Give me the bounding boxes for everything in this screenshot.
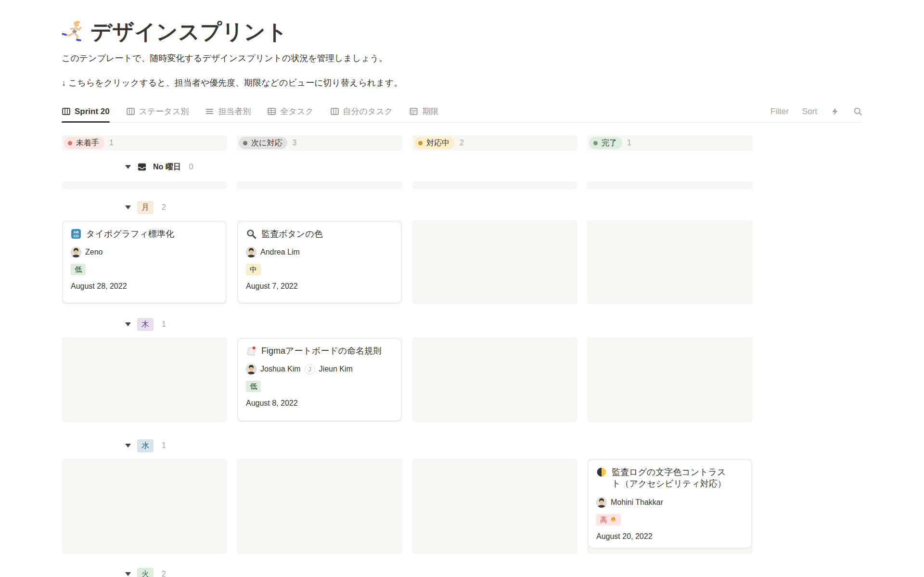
column-strip-next: 次に対応 3	[237, 135, 402, 151]
board-icon	[126, 107, 135, 116]
status-pill-notstarted[interactable]: 未着手	[64, 137, 104, 149]
column-strip	[412, 220, 578, 304]
search-icon	[853, 107, 862, 116]
status-pill-done[interactable]: 完了	[589, 137, 622, 149]
column-strip-inprogress: 対応中 2	[412, 135, 578, 151]
tab-label: Sprint 20	[75, 107, 110, 116]
tab-label: 全タスク	[280, 106, 313, 117]
priority-pill: 低	[71, 264, 86, 275]
tab-by-status[interactable]: ステータス別	[126, 101, 189, 122]
assignee-name: Joshua Kim	[260, 365, 301, 373]
group-pill[interactable]: 水	[137, 439, 154, 452]
tab-deadline[interactable]: 期限	[409, 101, 438, 122]
card-figma-naming[interactable]: Figmaアートボードの命名規則 Joshua Kim J Jieun Kim …	[238, 338, 401, 421]
page-subtitle: このテンプレートで、随時変化するデザインスプリントの状況を管理しましょう。	[62, 52, 924, 64]
assignee-name: Zeno	[85, 248, 103, 256]
avatar	[246, 364, 257, 374]
column-strip-notstarted: 未着手 1	[62, 135, 227, 151]
group-body-thursday: Figmaアートボードの命名規則 Joshua Kim J Jieun Kim …	[62, 337, 753, 422]
collapse-triangle-icon[interactable]	[125, 572, 131, 576]
column-strip	[412, 459, 578, 554]
table-icon	[267, 107, 276, 116]
column-strip	[237, 459, 402, 554]
fire-icon	[610, 515, 617, 524]
group-pill[interactable]: 火	[137, 568, 154, 577]
column-count: 2	[460, 139, 464, 147]
avatar	[71, 247, 81, 257]
tab-all-tasks[interactable]: 全タスク	[267, 101, 313, 122]
status-dot	[68, 141, 72, 145]
due-date: August 28, 2022	[71, 282, 218, 291]
status-pill-inprogress[interactable]: 対応中	[414, 137, 455, 149]
group-wednesday: 水 1 監査ログの文字色コントラスト（アクセシビリティ対応）	[62, 439, 753, 554]
group-no-day: No 曜日 0	[62, 160, 753, 189]
calendar-icon	[409, 107, 418, 116]
card-audit-log-contrast[interactable]: 監査ログの文字色コントラスト（アクセシビリティ対応） Mohini Thakka…	[588, 460, 752, 548]
page-title: デザインスプリント	[90, 19, 288, 45]
tab-label: 期限	[422, 106, 438, 117]
sort-button[interactable]: Sort	[802, 107, 817, 116]
magnifier-icon	[246, 229, 257, 239]
card-typography[interactable]: ABCD タイポグラフィ標準化 Zeno 低 August 28, 2022	[63, 221, 226, 303]
assignee-name: Mohini Thakkar	[611, 498, 663, 507]
group-tuesday: 火 2	[62, 567, 753, 577]
collapse-triangle-icon[interactable]	[125, 205, 131, 209]
assignee-name: Andrea Lim	[260, 248, 300, 256]
column-strip	[412, 337, 578, 422]
group-count: 1	[162, 441, 166, 450]
collapse-triangle-icon[interactable]	[125, 322, 131, 326]
group-header-thursday: 木 1	[125, 318, 753, 331]
group-thursday: 木 1 Figmaアートボードの命名規則	[62, 318, 753, 422]
column-count: 1	[627, 139, 631, 147]
filter-button[interactable]: Filter	[770, 107, 789, 116]
pinned-note-icon	[246, 346, 257, 356]
column-strip	[412, 181, 578, 189]
column-strip	[62, 181, 227, 189]
letter-avatar: J	[305, 364, 315, 374]
collapse-triangle-icon[interactable]	[125, 444, 131, 448]
column-strip	[62, 459, 227, 554]
collapse-triangle-icon[interactable]	[125, 165, 131, 169]
design-sprint-page: デザインスプリント このテンプレートで、随時変化するデザインスプリントの状況を管…	[0, 0, 924, 577]
priority-pill: 低	[246, 381, 261, 392]
card-audit-button-color[interactable]: 監査ボタンの色 Andrea Lim 中 August 7, 2022	[238, 221, 401, 303]
column-strip: 監査ボタンの色 Andrea Lim 中 August 7, 2022	[237, 220, 402, 304]
runner-icon	[62, 21, 84, 43]
lightning-icon	[831, 107, 840, 116]
group-label: No 曜日	[153, 162, 181, 172]
status-dot	[418, 141, 423, 145]
due-date: August 8, 2022	[246, 399, 393, 408]
status-label: 完了	[602, 138, 617, 148]
tab-by-assignee[interactable]: 担当者別	[205, 101, 251, 122]
card-title: 監査ボタンの色	[261, 228, 323, 240]
lightning-button[interactable]	[831, 107, 840, 116]
abc-input-icon: ABCD	[71, 229, 81, 239]
tab-sprint-20[interactable]: Sprint 20	[62, 101, 110, 122]
tab-my-tasks[interactable]: 自分のタスク	[330, 101, 393, 122]
status-dot	[243, 141, 247, 145]
group-count: 2	[162, 203, 166, 212]
search-button[interactable]	[853, 107, 862, 116]
priority-pill: 高	[596, 514, 621, 526]
column-strip	[62, 337, 227, 422]
group-monday: 月 2 ABCD タイポグラフィ標準化 Zeno	[62, 201, 753, 304]
due-date: August 7, 2022	[246, 282, 393, 291]
view-hint: ↓ こちらをクリックすると、担当者や優先度、期限などのビューに切り替えられます。	[62, 77, 924, 89]
due-date: August 20, 2022	[596, 532, 744, 541]
svg-text:CD: CD	[73, 234, 79, 238]
assignee-name: Jieun Kim	[319, 365, 353, 373]
board-icon	[330, 107, 339, 116]
group-pill[interactable]: 木	[137, 318, 154, 331]
status-label: 次に対応	[251, 138, 282, 148]
group-count: 2	[162, 570, 166, 577]
group-count: 0	[189, 163, 193, 171]
view-controls: Filter Sort	[770, 107, 862, 116]
status-label: 未着手	[76, 138, 99, 148]
tab-label: 自分のタスク	[343, 106, 393, 117]
status-pill-next[interactable]: 次に対応	[239, 137, 287, 149]
group-pill[interactable]: 月	[137, 201, 154, 214]
column-strip	[587, 337, 753, 422]
status-dot	[593, 141, 598, 145]
group-header-no-day: No 曜日 0	[125, 160, 753, 174]
column-strip: 監査ログの文字色コントラスト（アクセシビリティ対応） Mohini Thakka…	[587, 459, 753, 554]
